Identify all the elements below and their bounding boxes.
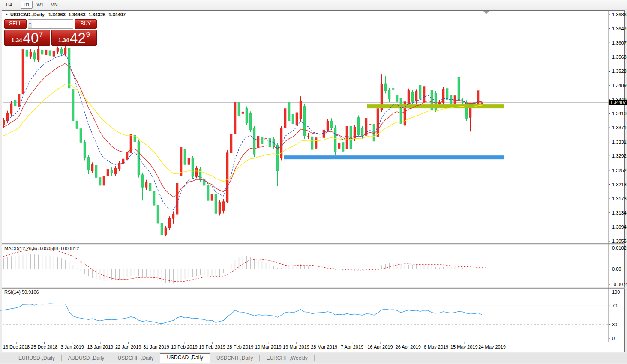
tab-usdcnh-daily[interactable]: USDCNH-,Daily	[210, 354, 259, 363]
svg-text:-0.007477: -0.007477	[612, 282, 627, 287]
svg-text:1.35680: 1.35680	[612, 54, 627, 60]
ohlc-open: 1.34363	[48, 12, 66, 17]
svg-text:1.33710: 1.33710	[612, 125, 627, 130]
svg-text:1.32920: 1.32920	[612, 153, 627, 158]
ohlc-high: 1.34463	[69, 12, 86, 17]
svg-text:25 Dec 2018: 25 Dec 2018	[31, 344, 57, 349]
resistance-line[interactable]	[367, 104, 504, 108]
tab-usdchf-daily[interactable]: USDCHF-,Daily	[111, 354, 160, 363]
svg-text:1.31730: 1.31730	[612, 196, 627, 201]
sell-price-button[interactable]: 1.34 40 7	[4, 30, 50, 46]
svg-text:16 Dec 2018: 16 Dec 2018	[3, 344, 30, 349]
svg-text:100: 100	[612, 289, 620, 295]
buy-price-big: 42	[70, 31, 86, 45]
tab-audusd-daily[interactable]: AUDUSD-,Daily	[62, 354, 111, 363]
svg-text:1.30940: 1.30940	[612, 224, 627, 230]
one-click-trade-panel: SELL ▼ ▲ BUY 1.34 40 7 1.34 42 9	[4, 19, 97, 46]
bid-price-tag: 1.34407	[609, 100, 627, 105]
svg-text:19 Mar 2019: 19 Mar 2019	[283, 344, 309, 349]
volume-input[interactable]	[32, 20, 73, 28]
tab-eurusd-daily[interactable]: EURUSD-,Daily	[12, 354, 61, 363]
svg-text:10 Mar 2019: 10 Mar 2019	[255, 344, 282, 349]
svg-text:13 Jan 2019: 13 Jan 2019	[87, 344, 114, 349]
svg-text:1.36470: 1.36470	[612, 26, 627, 31]
tab-eurchf-weekly[interactable]: EURCHF-,Weekly	[260, 354, 314, 363]
tab-separator	[314, 355, 315, 361]
buy-price-prefix: 1.34	[58, 37, 69, 43]
svg-text:31 Jan 2019: 31 Jan 2019	[143, 344, 169, 349]
svg-text:1.36070: 1.36070	[612, 40, 627, 45]
svg-text:1.33310: 1.33310	[612, 140, 627, 145]
svg-text:0.010229: 0.010229	[612, 245, 627, 251]
chart-title: ▲USDCAD-,Daily1.343631.344631.343261.344…	[5, 12, 126, 17]
pane-divider[interactable]	[2, 287, 625, 289]
chart-canvas[interactable]: 1.368601.364701.360701.356801.352801.348…	[0, 0, 627, 364]
svg-text:19 Feb 2019: 19 Feb 2019	[199, 344, 225, 349]
sell-button[interactable]: SELL	[4, 19, 27, 29]
svg-text:10 Feb 2019: 10 Feb 2019	[171, 344, 198, 349]
sell-price-prefix: 1.34	[11, 37, 22, 43]
svg-text:1.31340: 1.31340	[612, 210, 627, 215]
support-line[interactable]	[284, 155, 504, 159]
svg-text:26 Apr 2019: 26 Apr 2019	[396, 344, 421, 349]
volume-stepper: ▼ ▲	[28, 19, 73, 29]
svg-text:3 Jan 2019: 3 Jan 2019	[60, 344, 84, 349]
rsi-label: RSI(14) 50.9106	[4, 289, 39, 295]
sell-price-big: 40	[23, 31, 39, 45]
svg-text:1.36860: 1.36860	[612, 12, 627, 17]
svg-text:7 Apr 2019: 7 Apr 2019	[341, 344, 363, 349]
svg-text:28 Feb 2019: 28 Feb 2019	[227, 344, 254, 349]
collapse-arrow-icon: ▲	[5, 12, 9, 16]
ohlc-low: 1.34326	[89, 12, 106, 17]
volume-decrease-button[interactable]: ▼	[28, 20, 32, 28]
svg-text:1.32130: 1.32130	[612, 182, 627, 187]
buy-button[interactable]: BUY	[75, 19, 97, 29]
svg-text:0: 0	[612, 336, 615, 341]
svg-text:1.32520: 1.32520	[612, 168, 627, 173]
svg-text:22 Jan 2019: 22 Jan 2019	[115, 344, 141, 349]
svg-text:0.00: 0.00	[612, 266, 621, 272]
svg-text:1.35280: 1.35280	[612, 69, 627, 74]
svg-text:6 May 2019: 6 May 2019	[424, 344, 448, 349]
svg-text:70: 70	[612, 303, 617, 308]
chart-symbol-label: USDCAD-,Daily	[10, 12, 45, 17]
svg-text:30: 30	[612, 322, 617, 327]
svg-text:28 Mar 2019: 28 Mar 2019	[311, 344, 337, 349]
application-window: H4 D1 W1 MN 1.368601.364701.360701.35680…	[0, 0, 627, 364]
svg-text:1.34100: 1.34100	[612, 111, 627, 116]
buy-price-button[interactable]: 1.34 42 9	[51, 30, 97, 46]
svg-text:16 Apr 2019: 16 Apr 2019	[367, 344, 393, 349]
svg-text:15 May 2019: 15 May 2019	[450, 344, 478, 349]
sell-price-pip: 7	[39, 31, 43, 39]
chart-window-frame	[2, 11, 625, 352]
buy-price-pip: 9	[86, 31, 90, 39]
tab-usdcad-daily[interactable]: USDCAD-,Daily	[160, 353, 210, 363]
chart-tabs-bar: EURUSD-,Daily AUDUSD-,Daily USDCHF-,Dail…	[0, 353, 627, 363]
ohlc-close: 1.34407	[108, 12, 126, 17]
macd-label: MACD(12,26,9) 0.000588 0.000812	[4, 246, 79, 251]
pane-divider[interactable]	[2, 244, 625, 245]
svg-text:1.30550: 1.30550	[612, 239, 627, 244]
svg-text:1.34890: 1.34890	[612, 83, 627, 88]
svg-text:24 May 2019: 24 May 2019	[478, 344, 506, 349]
